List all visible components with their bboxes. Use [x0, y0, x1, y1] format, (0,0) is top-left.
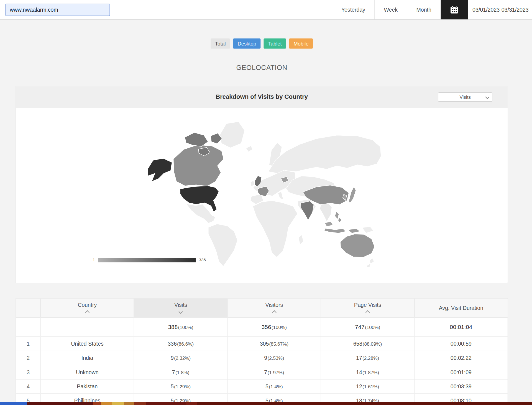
- map-region-italy[interactable]: [278, 192, 283, 199]
- map-legend-gradient: [98, 258, 196, 262]
- map-region-russia[interactable]: [268, 135, 381, 173]
- map-region-southeast-asia[interactable]: [320, 202, 332, 222]
- map-region-mexico[interactable]: [186, 204, 215, 223]
- summary-page-visits: 747(100%): [321, 317, 414, 336]
- summary-country: [40, 317, 134, 336]
- metric-select[interactable]: Visits: [438, 92, 492, 102]
- table-body: 1United States336(86.6%)305(85.67%)658(8…: [16, 336, 508, 405]
- row-rank: 4: [16, 379, 40, 393]
- column-header-visits[interactable]: Visits: [134, 299, 227, 317]
- column-label: Visitors: [265, 302, 283, 308]
- visits-cell-pct: (2.32%): [174, 355, 191, 361]
- metric-select-value: Visits: [459, 94, 471, 100]
- visits-cell-pct: (1.8%): [175, 369, 189, 375]
- legend-min-label: 1: [93, 257, 95, 262]
- map-region-south-america[interactable]: [208, 224, 237, 266]
- visitors-cell-pct: (2.53%): [267, 355, 284, 361]
- map-region-ireland[interactable]: [250, 180, 255, 186]
- range-tab-yesterday[interactable]: Yesterday: [332, 0, 374, 19]
- map-region-iceland[interactable]: [246, 146, 252, 152]
- page-visits-cell: 12(1.61%): [321, 379, 414, 393]
- device-filter-mobile[interactable]: Mobile: [289, 38, 313, 49]
- visitors-cell-pct: (1.4%): [269, 384, 283, 389]
- calendar-button[interactable]: [441, 0, 468, 19]
- table-summary-row: 388(100%)356(100%)747(100%)00:01:04: [16, 317, 508, 336]
- section-title: GEOLOCATION: [16, 64, 508, 72]
- date-range-tabs: YesterdayWeekMonth: [332, 0, 441, 19]
- page-visits-cell-pct: (88.09%): [363, 341, 382, 346]
- visitors-cell-pct: (1.97%): [267, 369, 284, 375]
- summary-rank: [16, 317, 40, 336]
- visitors-cell: 7(1.97%): [227, 365, 321, 379]
- column-label: Visits: [174, 302, 187, 308]
- column-label: Avg. Visit Duration: [439, 305, 483, 311]
- analytics-page: YesterdayWeekMonth 03/01/2023-03/31/2023: [0, 0, 532, 405]
- date-range-label: 03/01/2023-03/31/2023: [468, 0, 532, 19]
- visits-cell: 5(1.29%): [134, 379, 227, 393]
- site-url-input[interactable]: [6, 4, 110, 16]
- map-region-new-zealand[interactable]: [367, 258, 374, 267]
- avg-duration-cell: 00:03:39: [414, 379, 508, 393]
- column-header-page-visits[interactable]: Page Visits: [321, 299, 414, 317]
- column-header-avg-visit-duration[interactable]: Avg. Visit Duration: [414, 299, 508, 317]
- visits-cell: 7(1.8%): [134, 365, 227, 379]
- summary-visits-pct: (100%): [178, 324, 193, 330]
- map-country-japan[interactable]: [349, 187, 356, 203]
- country-cell: India: [40, 351, 134, 365]
- avg-duration-cell: 00:02:22: [414, 351, 508, 365]
- map-country-malaysia[interactable]: [325, 222, 333, 227]
- map-region-new-guinea[interactable]: [362, 227, 374, 233]
- map-country-indonesia[interactable]: [324, 228, 360, 233]
- visits-cell: 9(2.32%): [134, 351, 227, 365]
- device-filter-total[interactable]: Total: [211, 38, 230, 49]
- page-visits-cell: 658(88.09%): [321, 336, 414, 351]
- visitors-cell: 305(85.67%): [227, 336, 321, 351]
- column-label: Page Visits: [354, 302, 381, 308]
- map-country-australia[interactable]: [340, 234, 375, 257]
- map-country-india[interactable]: [301, 201, 314, 220]
- column-header-country[interactable]: Country: [40, 299, 134, 317]
- visitors-cell: 9(2.53%): [227, 351, 321, 365]
- summary-page-visits-pct: (100%): [365, 324, 380, 330]
- table-row[interactable]: 3Unknown7(1.8%)7(1.97%)14(1.87%)00:01:09: [16, 365, 508, 379]
- range-tab-month[interactable]: Month: [407, 0, 441, 19]
- sort-ascending-icon: [272, 310, 277, 315]
- map-card-body: 1 336: [16, 108, 508, 283]
- summary-visitors: 356(100%): [227, 317, 321, 336]
- calendar-icon: [449, 5, 459, 14]
- bottom-activity-strip: [0, 402, 532, 405]
- top-bar: YesterdayWeekMonth 03/01/2023-03/31/2023: [0, 0, 532, 20]
- visits-cell: 336(86.6%): [134, 336, 227, 351]
- summary-visitors-pct: (100%): [272, 324, 287, 330]
- map-country-canada-arctic-1[interactable]: [185, 133, 208, 146]
- map-region-greenland[interactable]: [219, 122, 245, 148]
- chevron-down-icon: [485, 95, 490, 99]
- device-filter-tablet[interactable]: Tablet: [264, 38, 286, 49]
- map-region-africa[interactable]: [253, 201, 298, 257]
- map-region-madagascar[interactable]: [299, 235, 303, 245]
- sort-ascending-icon: [365, 310, 370, 315]
- visits-cell-pct: (1.29%): [174, 384, 191, 389]
- visitors-cell-pct: (85.67%): [269, 341, 289, 346]
- country-cell: United States: [40, 336, 134, 351]
- country-cell: Pakistan: [40, 379, 134, 393]
- page-visits-cell-pct: (1.87%): [362, 369, 379, 375]
- column-header-visitors[interactable]: Visitors: [227, 299, 321, 317]
- map-card-title: Breakdown of Visits by Country: [216, 93, 308, 101]
- table-header-row: CountryVisitsVisitorsPage VisitsAvg. Vis…: [16, 299, 508, 317]
- visitors-cell: 5(1.4%): [227, 379, 321, 393]
- map-legend: 1 336: [93, 257, 206, 262]
- device-filter-desktop[interactable]: Desktop: [233, 38, 260, 49]
- table-row[interactable]: 1United States336(86.6%)305(85.67%)658(8…: [16, 336, 508, 351]
- column-label: Country: [78, 302, 97, 308]
- table-row[interactable]: 4Pakistan5(1.29%)5(1.4%)12(1.61%)00:03:3…: [16, 379, 508, 393]
- summary-avg-duration: 00:01:04: [414, 317, 508, 336]
- map-country-united-states-alaska[interactable]: [148, 158, 172, 181]
- page-visits-cell-pct: (2.28%): [362, 355, 379, 361]
- geo-table: CountryVisitsVisitorsPage VisitsAvg. Vis…: [16, 298, 508, 405]
- visits-cell-pct: (86.6%): [177, 341, 194, 346]
- table-row[interactable]: 2India9(2.32%)9(2.53%)17(2.28%)00:02:22: [16, 351, 508, 365]
- summary-visits: 388(100%): [134, 317, 227, 336]
- map-country-philippines[interactable]: [335, 211, 342, 222]
- range-tab-week[interactable]: Week: [374, 0, 407, 19]
